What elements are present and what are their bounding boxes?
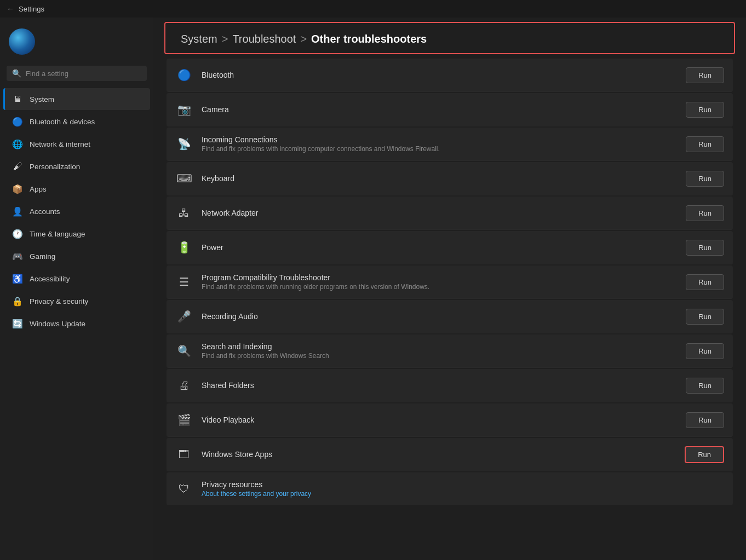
run-btn-recording-audio[interactable]: Run (686, 309, 724, 325)
ts-name-bluetooth: Bluetooth (202, 71, 677, 79)
run-btn-incoming-connections[interactable]: Run (686, 136, 724, 152)
ts-icon-program-compatibility: ☰ (175, 273, 193, 291)
nav-label-privacy: Privacy & security (30, 297, 88, 305)
ts-name-keyboard: Keyboard (202, 174, 677, 183)
breadcrumb-part2: Troubleshoot (232, 33, 296, 45)
sidebar-item-time[interactable]: 🕐 Time & language (3, 223, 150, 245)
sidebar-item-gaming[interactable]: 🎮 Gaming (3, 245, 150, 267)
privacy-resources-title: Privacy resources (202, 480, 724, 489)
ts-icon-video-playback: 🎬 (175, 411, 193, 429)
breadcrumb-current: Other troubleshooters (311, 33, 427, 45)
ts-name-recording-audio: Recording Audio (202, 312, 677, 321)
run-btn-network-adapter[interactable]: Run (686, 205, 724, 221)
ts-name-program-compatibility: Program Compatibility Troubleshooter (202, 273, 677, 282)
sidebar-item-personalization[interactable]: 🖌 Personalization (3, 155, 150, 177)
content-area: System > Troubleshoot > Other troublesho… (153, 18, 746, 560)
privacy-resources-link[interactable]: About these settings and your privacy (202, 490, 724, 498)
ts-icon-windows-store-apps: 🗔 (175, 446, 193, 463)
ts-icon-search-indexing: 🔍 (175, 342, 193, 360)
nav-icon-system: 🖥 (12, 94, 23, 105)
ts-name-network-adapter: Network Adapter (202, 209, 677, 217)
ts-item-program-compatibility: ☰ Program Compatibility Troubleshooter F… (167, 265, 733, 299)
ts-icon-network-adapter: 🖧 (175, 204, 193, 222)
nav-label-apps: Apps (30, 185, 47, 193)
nav-label-system: System (30, 95, 54, 103)
ts-icon-recording-audio: 🎤 (175, 308, 193, 325)
ts-item-incoming-connections: 📡 Incoming Connections Find and fix prob… (167, 128, 733, 161)
ts-name-windows-store-apps: Windows Store Apps (202, 450, 676, 459)
nav-icon-apps: 📦 (12, 183, 23, 194)
ts-info-video-playback: Video Playback (202, 415, 677, 424)
search-box[interactable]: 🔍 (7, 66, 147, 81)
breadcrumb-part1: System (181, 33, 217, 45)
search-icon: 🔍 (12, 69, 21, 78)
ts-info-keyboard: Keyboard (202, 174, 677, 183)
nav-container: 🖥 System 🔵 Bluetooth & devices 🌐 Network… (0, 88, 153, 335)
nav-label-bluetooth: Bluetooth & devices (30, 118, 95, 126)
sidebar-item-privacy[interactable]: 🔒 Privacy & security (3, 290, 150, 312)
ts-info-network-adapter: Network Adapter (202, 209, 677, 217)
ts-name-shared-folders: Shared Folders (202, 381, 677, 390)
sidebar-item-windowsupdate[interactable]: 🔄 Windows Update (3, 313, 150, 334)
ts-item-power: 🔋 Power Run (167, 231, 733, 264)
back-button[interactable]: ← (7, 4, 14, 13)
ts-desc-incoming-connections: Find and fix problems with incoming comp… (202, 145, 677, 153)
sidebar-item-system[interactable]: 🖥 System (3, 88, 150, 110)
ts-name-camera: Camera (202, 105, 677, 114)
nav-icon-accessibility: ♿ (12, 273, 23, 284)
nav-icon-time: 🕐 (12, 228, 23, 239)
nav-icon-network: 🌐 (12, 138, 23, 149)
ts-name-power: Power (202, 243, 677, 252)
app-title: Settings (19, 5, 44, 13)
breadcrumb-sep2: > (300, 33, 307, 45)
ts-info-camera: Camera (202, 105, 677, 114)
ts-desc-search-indexing: Find and fix problems with Windows Searc… (202, 352, 677, 360)
ts-icon-power: 🔋 (175, 239, 193, 256)
ts-item-recording-audio: 🎤 Recording Audio Run (167, 300, 733, 333)
nav-label-gaming: Gaming (30, 252, 55, 261)
ts-item-shared-folders: 🖨 Shared Folders Run (167, 369, 733, 402)
ts-info-search-indexing: Search and Indexing Find and fix problem… (202, 342, 677, 360)
ts-name-search-indexing: Search and Indexing (202, 342, 677, 351)
ts-info-power: Power (202, 243, 677, 252)
search-input[interactable] (26, 70, 141, 78)
run-btn-search-indexing[interactable]: Run (686, 343, 724, 359)
app-body: 🔍 🖥 System 🔵 Bluetooth & devices 🌐 Netwo… (0, 18, 746, 560)
nav-icon-privacy: 🔒 (12, 296, 23, 307)
run-btn-program-compatibility[interactable]: Run (686, 274, 724, 290)
ts-info-bluetooth: Bluetooth (202, 71, 677, 79)
nav-icon-accounts: 👤 (12, 206, 23, 217)
ts-item-keyboard: ⌨ Keyboard Run (167, 162, 733, 195)
sidebar-item-bluetooth[interactable]: 🔵 Bluetooth & devices (3, 111, 150, 132)
privacy-resources-item: 🛡 Privacy resources About these settings… (167, 472, 733, 505)
ts-icon-incoming-connections: 📡 (175, 135, 193, 153)
sidebar-item-accounts[interactable]: 👤 Accounts (3, 200, 150, 222)
run-btn-windows-store-apps[interactable]: Run (685, 446, 724, 463)
sidebar-item-apps[interactable]: 📦 Apps (3, 178, 150, 200)
ts-info-recording-audio: Recording Audio (202, 312, 677, 321)
privacy-resources-info: Privacy resources About these settings a… (202, 480, 724, 498)
nav-label-windowsupdate: Windows Update (30, 320, 85, 328)
run-btn-camera[interactable]: Run (686, 102, 724, 118)
nav-icon-personalization: 🖌 (12, 161, 23, 172)
run-btn-keyboard[interactable]: Run (686, 171, 724, 187)
ts-item-search-indexing: 🔍 Search and Indexing Find and fix probl… (167, 334, 733, 368)
ts-info-windows-store-apps: Windows Store Apps (202, 450, 676, 459)
run-btn-power[interactable]: Run (686, 240, 724, 256)
sidebar-item-accessibility[interactable]: ♿ Accessibility (3, 268, 150, 290)
ts-icon-camera: 📷 (175, 101, 193, 118)
sidebar-avatar-area (0, 22, 153, 63)
ts-name-incoming-connections: Incoming Connections (202, 135, 677, 144)
run-btn-shared-folders[interactable]: Run (686, 378, 724, 394)
ts-item-network-adapter: 🖧 Network Adapter Run (167, 197, 733, 230)
run-btn-video-playback[interactable]: Run (686, 412, 724, 428)
run-btn-bluetooth[interactable]: Run (686, 67, 724, 83)
ts-item-windows-store-apps: 🗔 Windows Store Apps Run (167, 438, 733, 471)
breadcrumb-sep1: > (222, 33, 228, 45)
ts-item-video-playback: 🎬 Video Playback Run (167, 403, 733, 437)
nav-icon-bluetooth: 🔵 (12, 116, 23, 127)
nav-icon-windowsupdate: 🔄 (12, 318, 23, 329)
ts-name-video-playback: Video Playback (202, 415, 677, 424)
ts-desc-program-compatibility: Find and fix problems with running older… (202, 283, 677, 291)
sidebar-item-network[interactable]: 🌐 Network & internet (3, 133, 150, 155)
